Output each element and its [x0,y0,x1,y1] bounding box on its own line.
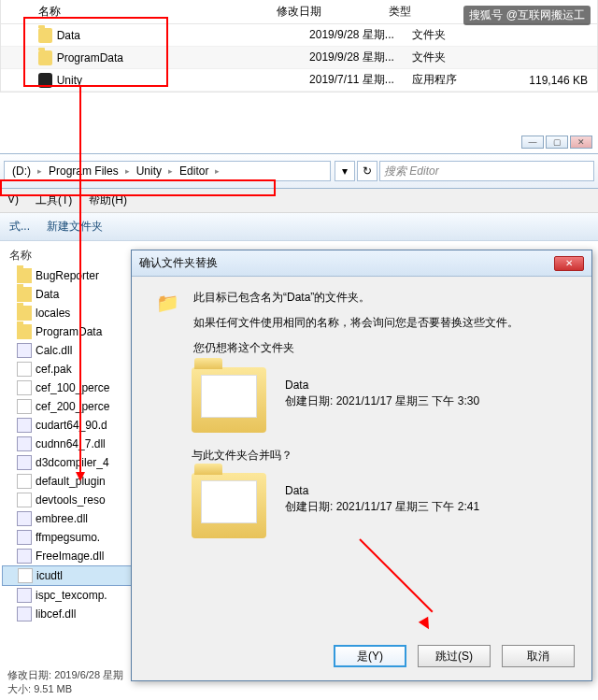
item-name: cudnn64_7.dll [36,437,106,450]
list-item[interactable]: ffmpegsumo. [2,528,143,547]
window-controls: — ▢ ✕ [521,136,592,149]
list-item[interactable]: FreeImage.dll [2,547,143,565]
dll-icon [17,530,32,545]
list-row[interactable]: Unity 2019/7/11 星期... 应用程序 119,146 KB [1,69,597,92]
breadcrumb[interactable]: (D:)▸ Program Files▸ Unity▸ Editor▸ [4,161,331,181]
cancel-button[interactable]: 取消 [502,645,575,667]
refresh-button[interactable]: ↻ [357,161,377,181]
item-name: FreeImage.dll [36,550,104,563]
list-item[interactable]: icudtl [2,565,143,586]
list-item[interactable]: ProgramData [2,322,143,341]
dll-icon [17,418,32,433]
list-item[interactable]: d3dcompiler_4 [2,453,143,472]
status-date-label: 修改日期: [7,669,51,680]
col-date[interactable]: 修改日期 [277,4,389,20]
list-header[interactable]: 名称 [2,245,143,266]
list-item[interactable]: default_plugin [2,472,143,491]
minimize-button[interactable]: — [521,136,544,149]
file-icon [18,568,33,583]
close-button[interactable]: ✕ [554,256,584,271]
dll-icon [17,588,32,603]
status-size: 9.51 MB [34,683,72,694]
annotation-arrow [79,87,81,479]
list-item[interactable]: libcef.dll [2,605,143,623]
dialog-message: 您仍想将这个文件夹 [193,340,519,356]
folder-icon [38,50,52,65]
col-name[interactable]: 名称 [1,4,277,20]
dll-icon [17,549,32,564]
item-name: Data [57,29,309,42]
explorer-navbar: — ▢ ✕ (D:)▸ Program Files▸ Unity▸ Editor… [0,153,598,189]
file-list: 名称 BugReporterDatalocalesProgramDataCalc… [0,241,145,671]
dialog-question: 与此文件夹合并吗？ [192,448,569,464]
folder-icon [17,287,32,302]
item-name: cef_200_perce [36,400,109,413]
item-name: cudart64_90.d [36,419,107,432]
folder-date-label: 创建日期: [285,500,333,513]
list-item[interactable]: embree.dll [2,509,143,528]
item-name: Unity [57,74,309,87]
item-name: icudtl [36,569,63,582]
folder-icon [17,268,32,283]
list-item[interactable]: cudnn64_7.dll [2,435,143,453]
dll-icon [17,511,32,526]
folder-icon [17,306,32,321]
file-icon [17,474,32,489]
dll-icon [17,607,32,621]
item-name: cef.pak [36,363,72,376]
warning-icon: 📁 [154,290,180,316]
chevron-right-icon: ▸ [165,166,176,176]
bc-part[interactable]: Editor [176,164,212,178]
list-item[interactable]: cef.pak [2,360,143,379]
file-icon [17,493,32,507]
menu-tools[interactable]: 工具(T) [36,193,72,208]
item-size: 119,146 KB [493,74,597,87]
yes-button[interactable]: 是(Y) [334,645,406,667]
item-name: devtools_reso [36,493,106,507]
folder-icon [192,473,266,538]
chevron-right-icon: ▸ [212,166,222,176]
dll-icon [17,455,32,470]
list-item[interactable]: cef_100_perce [2,379,143,397]
list-item[interactable]: cudart64_90.d [2,416,143,435]
bc-drive[interactable]: (D:) [8,164,35,178]
dialog-title: 确认文件夹替换 [139,255,218,271]
new-folder-button[interactable]: 新建文件夹 [47,219,103,235]
item-name: ffmpegsumo. [36,531,100,544]
maximize-button[interactable]: ▢ [546,136,568,149]
folder-date-label: 创建日期: [285,394,333,407]
list-item[interactable]: devtools_reso [2,491,143,509]
list-item[interactable]: Calc.dll [2,341,143,360]
menu-v[interactable]: V) [7,193,19,208]
item-name: ProgramData [57,51,309,64]
status-bar: 修改日期: 2019/6/28 星期 大小: 9.51 MB [0,664,131,700]
close-button[interactable]: ✕ [570,136,592,149]
item-name: ispc_texcomp. [36,589,107,602]
list-item[interactable]: cef_200_perce [2,397,143,416]
folder-name: Data [285,379,479,392]
item-type: 文件夹 [412,27,493,43]
dropdown-button[interactable]: ▾ [335,161,355,181]
bc-part[interactable]: Program Files [45,164,122,178]
menu-help[interactable]: 帮助(H) [89,193,127,208]
skip-button[interactable]: 跳过(S) [418,645,491,667]
list-item[interactable]: locales [2,304,143,322]
item-name: embree.dll [36,512,88,525]
item-name: BugReporter [36,269,99,282]
folder-date: 2021/11/17 星期三 下午 3:30 [336,394,479,407]
item-name: libcef.dll [36,607,76,621]
item-name: Calc.dll [36,344,72,357]
toolbar-style[interactable]: 式... [9,219,30,235]
item-name: ProgramData [36,325,102,338]
bc-part[interactable]: Unity [133,164,165,178]
search-input[interactable]: 搜索 Editor [379,161,594,181]
dialog-title-bar[interactable]: 确认文件夹替换 ✕ [132,250,591,277]
item-date: 2019/7/11 星期... [309,72,412,88]
list-item[interactable]: Data [2,285,143,304]
list-item[interactable]: BugReporter [2,266,143,285]
list-row[interactable]: ProgramData 2019/9/28 星期... 文件夹 [1,47,597,69]
list-item[interactable]: ispc_texcomp. [2,586,143,605]
list-row[interactable]: Data 2019/9/28 星期... 文件夹 [1,24,597,47]
item-type: 文件夹 [412,50,493,65]
item-name: cef_100_perce [36,381,109,394]
